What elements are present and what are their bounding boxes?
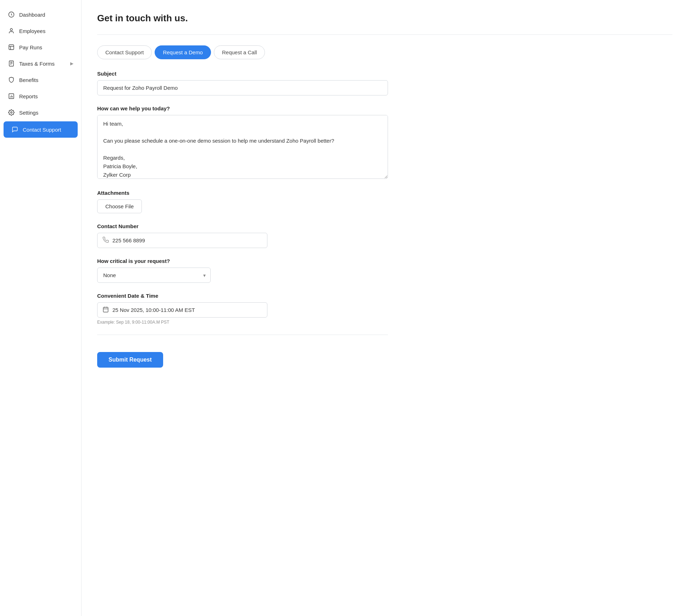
criticality-label: How critical is your request? — [97, 258, 388, 264]
tab-request-call[interactable]: Request a Call — [214, 45, 265, 59]
contact-number-input[interactable] — [112, 233, 262, 248]
sidebar-item-employees[interactable]: Employees — [0, 23, 81, 39]
datetime-label: Convenient Date & Time — [97, 293, 388, 299]
sidebar-item-label: Benefits — [19, 77, 38, 83]
tab-bar: Contact Support Request a Demo Request a… — [97, 45, 672, 59]
employees-icon — [8, 27, 15, 34]
attachments-field-group: Attachments Choose File — [97, 190, 388, 213]
datetime-field-group: Convenient Date & Time Example: Sep 18, … — [97, 293, 388, 325]
main-content: Get in touch with us. Contact Support Re… — [82, 0, 688, 616]
tab-request-demo[interactable]: Request a Demo — [155, 45, 211, 59]
reports-icon — [8, 93, 15, 100]
sidebar: Dashboard Employees Pay Runs Taxes & For… — [0, 0, 82, 616]
help-label: How can we help you today? — [97, 105, 388, 111]
attachments-label: Attachments — [97, 190, 388, 196]
pay-runs-icon — [8, 44, 15, 51]
sidebar-item-label: Settings — [19, 110, 38, 116]
submit-request-button[interactable]: Submit Request — [97, 352, 163, 368]
sidebar-item-label: Pay Runs — [19, 44, 42, 50]
criticality-field-group: How critical is your request? None Low M… — [97, 258, 388, 283]
subject-field-group: Subject — [97, 71, 388, 95]
contact-number-label: Contact Number — [97, 223, 388, 229]
help-textarea[interactable]: Hi team, Can you please schedule a one-o… — [97, 115, 388, 179]
sidebar-item-label: Dashboard — [19, 12, 45, 18]
tab-contact-support[interactable]: Contact Support — [97, 45, 152, 59]
settings-icon — [8, 109, 15, 116]
calendar-icon — [102, 306, 109, 314]
criticality-select[interactable]: None Low Medium High Critical — [97, 268, 211, 283]
sidebar-item-label: Contact Support — [23, 127, 61, 133]
sidebar-item-benefits[interactable]: Benefits — [0, 72, 81, 88]
subject-input[interactable] — [97, 80, 388, 95]
datetime-input-wrap — [97, 302, 267, 318]
datetime-hint: Example: Sep 18, 9:00-11:00A.M PST — [97, 320, 388, 325]
dashboard-icon — [8, 11, 15, 18]
svg-line-2 — [11, 15, 12, 15]
benefits-icon — [8, 76, 15, 83]
svg-rect-4 — [9, 45, 14, 50]
subject-label: Subject — [97, 71, 388, 77]
header-divider — [97, 34, 672, 35]
chevron-right-icon: ▶ — [70, 61, 73, 66]
contact-support-icon — [11, 126, 18, 133]
page-title: Get in touch with us. — [97, 13, 672, 24]
taxes-icon — [8, 60, 15, 67]
contact-number-field-group: Contact Number — [97, 223, 388, 248]
contact-form: Subject How can we help you today? Hi te… — [97, 71, 388, 368]
sidebar-item-reports[interactable]: Reports — [0, 88, 81, 104]
sidebar-item-label: Employees — [19, 28, 45, 34]
contact-number-input-wrap — [97, 233, 267, 248]
sidebar-item-taxes-forms[interactable]: Taxes & Forms ▶ — [0, 55, 81, 72]
sidebar-item-pay-runs[interactable]: Pay Runs — [0, 39, 81, 55]
datetime-input[interactable] — [112, 303, 262, 317]
choose-file-button[interactable]: Choose File — [97, 199, 142, 213]
form-bottom-divider — [97, 335, 388, 335]
sidebar-item-dashboard[interactable]: Dashboard — [0, 6, 81, 23]
sidebar-item-contact-support[interactable]: Contact Support — [4, 121, 78, 138]
criticality-select-wrap: None Low Medium High Critical ▾ — [97, 268, 211, 283]
sidebar-item-label: Taxes & Forms — [19, 61, 55, 67]
svg-point-3 — [10, 28, 12, 31]
help-field-group: How can we help you today? Hi team, Can … — [97, 105, 388, 180]
sidebar-item-settings[interactable]: Settings — [0, 104, 81, 121]
svg-rect-7 — [9, 61, 13, 66]
svg-point-15 — [11, 112, 12, 114]
phone-icon — [102, 237, 109, 244]
sidebar-item-label: Reports — [19, 93, 38, 99]
svg-rect-16 — [103, 307, 108, 312]
